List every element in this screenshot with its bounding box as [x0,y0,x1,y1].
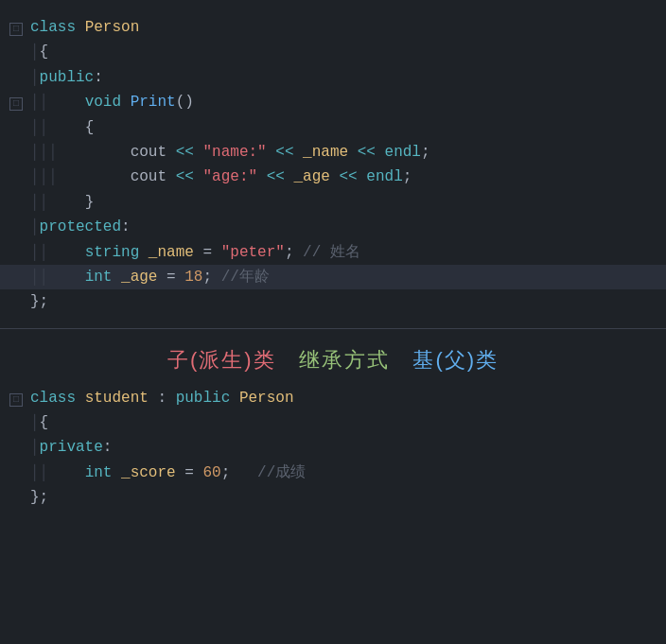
var-name-decl: _name [149,240,194,265]
guide-4: │ [40,90,49,114]
code-line-class-student: □ class student : public Person [0,386,666,410]
close-brace-2: } [85,190,95,215]
guide-17: │ [40,240,49,265]
kw-class-2: class [30,386,76,410]
cout-1: cout [131,140,166,165]
code-line-string-name: │ │ string _name = "peter" ; // 姓名 [0,240,666,265]
code-line-cout-age: │ │ │ cout << "age:" << _age << endl ; [0,165,666,189]
close-brace-class: } [30,289,40,314]
guide-s2: │ [30,435,40,460]
guide-1: │ [30,40,40,64]
code-line-close-class-person: } ; [0,289,666,314]
open-brace-2: { [85,115,95,140]
code-line-close-brace-2: │ │ } [0,190,666,215]
op-5: << [267,165,285,189]
code-line-close-class-student: } ; [0,485,666,510]
fold-gutter-2[interactable]: □ [9,97,28,111]
kw-class-1: class [30,15,76,40]
section-student: □ class student : public Person │ { │ pr… [0,380,666,516]
str-name: "name:" [202,140,266,165]
str-age: "age:" [202,165,257,189]
classname-person: Person [85,15,140,40]
op-4: << [176,165,194,189]
guide-8: │ [40,140,49,165]
guide-16: │ [30,240,40,265]
code-line-void-print: □ │ │ void Print() [0,90,666,114]
guide-3: │ [30,90,40,114]
guide-13: │ [30,190,40,215]
guide-10: │ [30,165,40,189]
op-3: << [358,140,376,165]
var-age: _age [294,165,330,189]
code-line-private: │ private: [0,435,666,460]
fold-icon-1[interactable]: □ [9,23,23,36]
code-line-open-brace-student: │ { [0,410,666,435]
op-2: << [275,140,293,165]
code-line-class-person: □ class Person [0,15,666,40]
fold-gutter-1[interactable]: □ [9,23,28,36]
endl-2: endl [366,165,402,189]
ann-part1: 子(派生)类 [167,348,276,372]
annotation-line: 子(派生)类 继承方式 基(父)类 [0,337,666,380]
op-1: << [176,140,194,165]
section-divider [0,328,666,329]
guide-14: │ [40,190,49,215]
cout-2: cout [131,165,166,189]
code-line-int-age: │ │ int _age = 18 ; //年龄 [0,265,666,289]
guide-2: │ [30,65,40,90]
kw-int-score: int [85,461,113,485]
fold-gutter-3[interactable]: □ [9,393,28,407]
classname-person-ref: Person [239,386,294,410]
close-brace-student: } [30,485,40,510]
code-line-int-score: │ │ int _score = 60 ; //成绩 [0,461,666,485]
code-line-open-brace-1: │ { [0,40,666,64]
guide-9: │ [48,140,58,165]
func-print: Print [131,90,176,114]
guide-s1: │ [30,410,40,435]
guide-5: │ [30,115,40,140]
kw-string: string [85,240,140,265]
comment-score: //成绩 [257,461,306,485]
kw-void: void [85,90,121,114]
code-line-public: │ public: [0,65,666,90]
guide-s3: │ [30,461,40,485]
classname-student: student [85,386,149,410]
section-person: □ class Person │ { │ public: □ │ │ void … [0,9,666,321]
op-6: << [340,165,358,189]
ann-part2: 继承方式 [299,348,390,372]
open-brace-student: { [40,410,49,435]
guide-7: │ [30,140,40,165]
guide-19: │ [40,265,49,289]
var-age-decl: _age [121,265,157,289]
fold-icon-2[interactable]: □ [9,97,23,111]
num-18: 18 [184,265,202,289]
kw-private: private [40,435,103,460]
kw-public-inherit: public [176,386,231,410]
str-peter: "peter" [221,240,285,265]
fold-icon-3[interactable]: □ [9,393,23,407]
guide-11: │ [40,165,49,189]
var-name: _name [303,140,348,165]
kw-public: public [40,65,95,90]
guide-15: │ [30,215,40,239]
code-line-protected: │ protected: [0,215,666,239]
num-60: 60 [202,461,220,485]
comment-age: //年龄 [221,265,270,289]
open-brace-1: { [40,40,49,64]
comment-name: // 姓名 [303,240,360,265]
guide-6: │ [40,115,49,140]
code-line-cout-name: │ │ │ cout << "name:" << _name << endl ; [0,140,666,165]
kw-protected: protected [40,215,121,239]
guide-18: │ [30,265,40,289]
kw-int-age: int [85,265,113,289]
guide-12: │ [48,165,58,189]
endl-1: endl [385,140,421,165]
guide-s4: │ [40,461,49,485]
code-line-open-brace-2: │ │ { [0,115,666,140]
var-score: _score [121,461,176,485]
code-container: □ class Person │ { │ public: □ │ │ void … [0,0,666,526]
ann-part3: 基(父)类 [412,348,499,372]
